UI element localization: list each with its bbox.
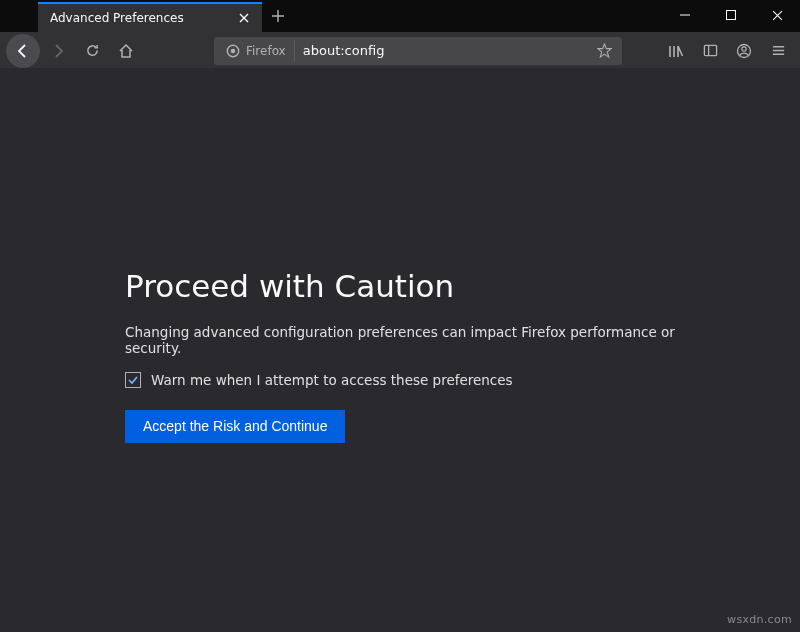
accept-risk-button[interactable]: Accept the Risk and Continue (125, 410, 345, 443)
content-area: Proceed with Caution Changing advanced c… (0, 68, 800, 632)
minimize-button[interactable] (662, 0, 708, 30)
identity-label: Firefox (246, 44, 286, 58)
reload-button[interactable] (76, 36, 108, 66)
library-button[interactable] (660, 36, 692, 66)
maximize-button[interactable] (708, 0, 754, 30)
svg-point-2 (231, 48, 236, 53)
forward-button[interactable] (42, 36, 74, 66)
close-window-button[interactable] (754, 0, 800, 30)
identity-box[interactable]: Firefox (218, 40, 295, 62)
watermark: wsxdn.com (727, 613, 792, 626)
sidebar-button[interactable] (694, 36, 726, 66)
home-button[interactable] (110, 36, 142, 66)
page-message: Changing advanced configuration preferen… (125, 324, 685, 356)
tab-strip: Advanced Preferences (0, 0, 662, 32)
svg-rect-0 (727, 11, 736, 20)
toolbar-right (660, 36, 794, 66)
url-input[interactable]: about:config (295, 43, 590, 58)
new-tab-button[interactable] (262, 0, 294, 32)
svg-point-6 (742, 46, 746, 50)
titlebar: Advanced Preferences (0, 0, 800, 32)
firefox-icon (226, 44, 240, 58)
tab-advanced-preferences[interactable]: Advanced Preferences (38, 2, 262, 32)
window-controls (662, 0, 800, 30)
warn-checkbox-row[interactable]: Warn me when I attempt to access these p… (125, 372, 685, 388)
svg-rect-3 (704, 45, 716, 55)
account-button[interactable] (728, 36, 760, 66)
about-config-warning: Proceed with Caution Changing advanced c… (125, 268, 685, 443)
bookmark-star-icon[interactable] (590, 43, 618, 58)
tab-label: Advanced Preferences (50, 11, 234, 25)
back-button[interactable] (6, 34, 40, 68)
warn-checkbox-label: Warn me when I attempt to access these p… (151, 372, 513, 388)
close-tab-icon[interactable] (234, 8, 254, 28)
url-bar[interactable]: Firefox about:config (214, 37, 622, 65)
app-menu-button[interactable] (762, 36, 794, 66)
page-heading: Proceed with Caution (125, 268, 685, 304)
nav-toolbar: Firefox about:config (0, 32, 800, 68)
warn-checkbox[interactable] (125, 372, 141, 388)
